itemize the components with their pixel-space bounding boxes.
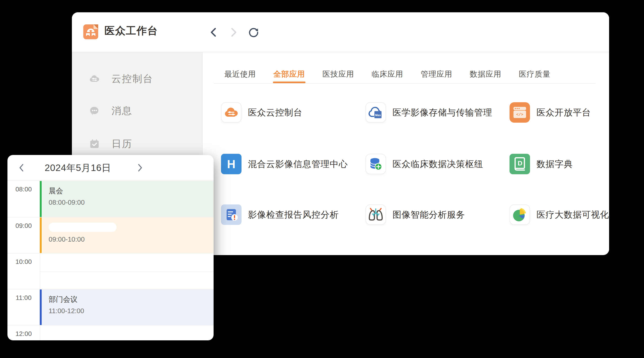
sidebar-item-calendar[interactable]: 日历 [72, 133, 202, 155]
tab-all-apps[interactable]: 全部应用 [273, 66, 305, 82]
svg-text:</>: </> [516, 112, 524, 117]
event-time: 09:00-10:00 [49, 236, 214, 243]
time-label: 11:00 [8, 294, 40, 302]
dictionary-book-icon: D [510, 154, 530, 174]
app-label: 影像检查报告风控分析 [248, 209, 339, 221]
calendar-row-1100: 11:00 部门会议 11:00-12:00 [8, 289, 214, 325]
tab-clinical-apps[interactable]: 临床应用 [372, 66, 403, 82]
app-clinical-data-hub[interactable]: 医众临床数据决策枢纽 [366, 154, 483, 174]
code-window-icon: </> [510, 102, 530, 123]
cloud-console-icon [89, 73, 100, 84]
tab-medical-quality[interactable]: 医疗质量 [519, 66, 550, 82]
tab-bar: 最近使用 全部应用 医技应用 临床应用 管理应用 数据应用 医疗质量 [224, 66, 550, 82]
calendar-prev-button[interactable] [14, 155, 28, 180]
app-hybrid-cloud-center[interactable]: H 混合云影像信息管理中心 [221, 154, 348, 174]
app-label: 混合云影像信息管理中心 [248, 158, 348, 170]
sidebar-item-messages[interactable]: 消息 [72, 100, 202, 122]
half-hour-line [40, 271, 214, 272]
time-label: 12:00 [8, 330, 40, 338]
forward-button[interactable] [228, 27, 239, 38]
app-logo-icon [83, 24, 98, 39]
lungs-icon [366, 205, 386, 224]
back-button[interactable] [208, 27, 219, 38]
calendar-row-1000[interactable]: 10:00 [8, 253, 214, 289]
refresh-button[interactable] [248, 27, 259, 38]
report-alert-icon [221, 204, 242, 225]
app-open-platform[interactable]: </> 医众开放平台 [510, 102, 591, 123]
nav-controls [208, 12, 259, 52]
time-label: 09:00 [8, 222, 40, 229]
event-title: 晨会 [49, 186, 214, 196]
app-data-dictionary[interactable]: D 数据字典 [510, 154, 573, 174]
app-imaging-storage[interactable]: Mas 医学影像存储与传输管理 [366, 102, 492, 123]
app-cloud-console[interactable]: 医众云控制台 [221, 102, 302, 123]
event-time: 11:00-12:00 [49, 307, 214, 315]
calendar-event-0900[interactable]: 09:00-10:00 [40, 217, 214, 253]
event-title-redacted [49, 222, 116, 232]
event-title: 部门会议 [49, 295, 214, 304]
chevron-right-icon [137, 163, 143, 172]
time-label: 08:00 [8, 186, 40, 193]
calendar-event-morning-meeting[interactable]: 晨会 08:00-09:00 [40, 181, 214, 217]
calendar-event-department-meeting[interactable]: 部门会议 11:00-12:00 [40, 289, 214, 325]
event-time: 08:00-09:00 [49, 199, 214, 206]
window-title: 医众工作台 [104, 24, 158, 38]
refresh-icon [248, 26, 259, 38]
chevron-right-icon [229, 27, 238, 38]
app-label: 医众开放平台 [536, 107, 591, 119]
chevron-left-icon [18, 163, 24, 172]
calendar-row-0900: 09:00 09:00-10:00 [8, 217, 214, 253]
calendar-header: 2024年5月16日 [8, 155, 214, 180]
app-label: 医疗大数据可视化 [536, 209, 609, 221]
calendar-row-1200[interactable]: 12:00 [8, 325, 214, 340]
tab-data-apps[interactable]: 数据应用 [470, 66, 502, 82]
app-label: 医众临床数据决策枢纽 [392, 158, 483, 170]
window-header: 医众工作台 [72, 12, 609, 52]
tab-divider [214, 83, 596, 84]
sidebar-item-label: 云控制台 [112, 72, 153, 85]
message-icon [89, 105, 100, 116]
svg-text:Mas: Mas [375, 114, 381, 117]
sidebar-item-cloud-console[interactable]: 云控制台 [72, 68, 202, 90]
database-plus-icon [366, 154, 386, 174]
tab-recent[interactable]: 最近使用 [224, 66, 256, 82]
blue-cloud-mas-icon: Mas [366, 103, 386, 122]
pie-chart-icon [510, 205, 530, 224]
app-image-ai-analysis[interactable]: 图像智能分析服务 [366, 204, 465, 225]
sidebar-item-label: 日历 [112, 137, 132, 150]
page: 医众工作台 [0, 0, 644, 358]
sidebar-item-label: 消息 [112, 104, 132, 117]
calendar-next-button[interactable] [133, 155, 147, 180]
tab-management-apps[interactable]: 管理应用 [421, 66, 452, 82]
app-label: 医学影像存储与传输管理 [392, 107, 492, 119]
letter-h-icon: H [221, 154, 242, 174]
calendar-row-0800: 08:00 晨会 08:00-09:00 [8, 181, 214, 217]
orange-cloud-settings-icon [222, 103, 241, 122]
calendar-panel: 2024年5月16日 08:00 晨会 08:00-09:00 09:00 [8, 155, 214, 340]
app-big-data-visualization[interactable]: 医疗大数据可视化 [510, 204, 609, 225]
app-label: 数据字典 [536, 158, 573, 170]
app-label: 医众云控制台 [248, 107, 302, 119]
calendar-icon [89, 139, 100, 149]
app-label: 图像智能分析服务 [392, 209, 465, 221]
calendar-date-label: 2024年5月16日 [45, 155, 111, 180]
svg-text:D: D [518, 160, 522, 167]
time-label: 10:00 [8, 258, 40, 266]
content-area: 最近使用 全部应用 医技应用 临床应用 管理应用 数据应用 医疗质量 [203, 52, 609, 255]
app-report-risk-analysis[interactable]: 影像检查报告风控分析 [221, 204, 339, 225]
chevron-left-icon [209, 27, 218, 38]
tab-medtech-apps[interactable]: 医技应用 [322, 66, 354, 82]
svg-text:H: H [227, 158, 236, 171]
calendar-grid: 08:00 晨会 08:00-09:00 09:00 09:00-10:00 1… [8, 181, 214, 340]
